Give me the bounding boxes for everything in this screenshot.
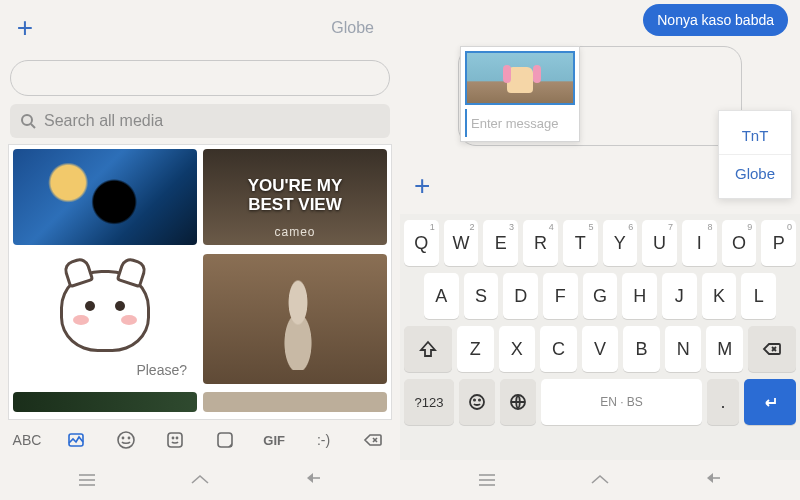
label-sticker-tab-icon[interactable] [210,430,240,450]
key-o[interactable]: O9 [722,220,757,266]
key-z[interactable]: Z [457,326,494,372]
svg-point-0 [22,115,32,125]
key-h[interactable]: H [622,273,657,319]
svg-point-4 [122,437,123,438]
gif-brand: cameo [203,225,387,239]
system-nav [400,460,800,500]
attachment-thumbnail [465,51,575,105]
svg-point-8 [177,437,178,438]
input-placeholder: Enter message [471,116,558,131]
language-key[interactable] [500,379,536,425]
enter-key[interactable] [744,379,796,425]
search-placeholder: Search all media [44,112,163,130]
period-key[interactable]: . [707,379,739,425]
sim-label[interactable]: Globe [331,19,390,37]
key-n[interactable]: N [665,326,702,372]
system-nav [0,460,400,500]
key-t[interactable]: T5 [563,220,598,266]
gif-caption: Please? [136,362,187,378]
sticker-tab-icon[interactable] [160,430,190,450]
recents-icon[interactable] [74,467,100,493]
key-k[interactable]: K [702,273,737,319]
svg-point-17 [470,395,484,409]
gif-result[interactable] [13,149,197,245]
key-a[interactable]: A [424,273,459,319]
soft-keyboard: Q1W2E3R4T5Y6U7I8O9P0 ASDFGHJKL ZXCVBNM ?… [400,214,800,460]
search-icon [20,113,36,129]
key-f[interactable]: F [543,273,578,319]
media-search[interactable]: Search all media [10,104,390,138]
symbols-key[interactable]: ?123 [404,379,454,425]
key-l[interactable]: L [741,273,776,319]
gif-caption: YOU'RE MY BEST VIEW [203,177,387,214]
key-m[interactable]: M [706,326,743,372]
svg-rect-6 [168,433,182,447]
key-x[interactable]: X [499,326,536,372]
emoticon-tab[interactable]: :-) [309,432,339,448]
sim-option[interactable]: Globe [719,154,791,192]
svg-point-19 [479,399,480,400]
right-screen: Nonya kaso babda Enter message + TnT Glo… [400,0,800,500]
key-s[interactable]: S [464,273,499,319]
sim-selector-popup: TnT Globe [718,110,792,199]
home-icon[interactable] [587,467,613,493]
key-w[interactable]: W2 [444,220,479,266]
recents-icon[interactable] [474,467,500,493]
backspace-key[interactable] [748,326,796,372]
key-c[interactable]: C [540,326,577,372]
gif-result[interactable] [13,392,197,412]
key-y[interactable]: Y6 [603,220,638,266]
gif-tab[interactable]: GIF [259,433,289,448]
sim-option[interactable]: TnT [719,117,791,154]
spacebar[interactable]: EN · BS [541,379,702,425]
key-d[interactable]: D [503,273,538,319]
svg-rect-9 [218,433,232,447]
media-tab-icon[interactable] [61,430,91,450]
key-i[interactable]: I8 [682,220,717,266]
gif-grid: YOU'RE MY BEST VIEW cameo Please? [8,144,392,420]
svg-point-3 [118,432,134,448]
key-g[interactable]: G [583,273,618,319]
svg-point-18 [474,399,475,400]
home-icon[interactable] [187,467,213,493]
left-screen: + Globe Search all media YOU'RE MY BEST … [0,0,400,500]
svg-line-1 [31,124,35,128]
back-icon[interactable] [300,467,326,493]
back-icon[interactable] [700,467,726,493]
gif-result[interactable]: YOU'RE MY BEST VIEW cameo [203,149,387,245]
message-input[interactable]: Enter message [465,109,575,137]
key-q[interactable]: Q1 [404,220,439,266]
emoji-key[interactable] [459,379,495,425]
gif-result[interactable] [203,392,387,412]
attach-button[interactable]: + [414,170,430,202]
backspace-icon[interactable] [358,430,388,450]
svg-point-5 [128,437,129,438]
message-input-outline[interactable] [10,60,390,96]
attach-button[interactable]: + [10,13,40,43]
gif-result[interactable]: Please? [13,254,197,384]
abc-tab[interactable]: ABC [12,432,42,448]
svg-point-7 [173,437,174,438]
key-v[interactable]: V [582,326,619,372]
compose-header: + Globe [0,0,400,56]
attachment-preview[interactable]: Enter message [460,46,580,142]
shift-key[interactable] [404,326,452,372]
key-j[interactable]: J [662,273,697,319]
received-message: Nonya kaso babda [643,4,788,36]
key-u[interactable]: U7 [642,220,677,266]
key-p[interactable]: P0 [761,220,796,266]
gif-result[interactable] [203,254,387,384]
key-e[interactable]: E3 [483,220,518,266]
key-r[interactable]: R4 [523,220,558,266]
key-b[interactable]: B [623,326,660,372]
emoji-tab-icon[interactable] [111,430,141,450]
keyboard-toolbar: ABC GIF :-) [0,420,400,460]
